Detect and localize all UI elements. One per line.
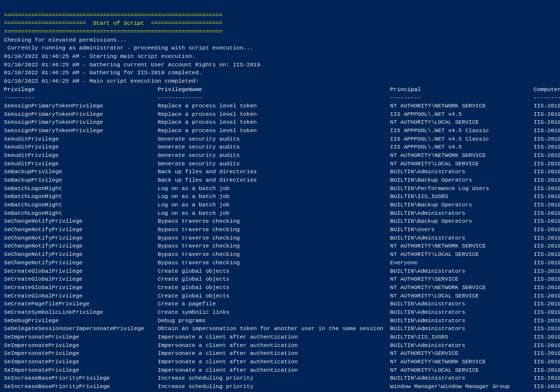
terminal-line: SeImpersonatePrivilege Impersonate a cli… — [4, 358, 556, 366]
terminal-line: SeChangeNotifyPrivilege Bypass traverse … — [4, 217, 556, 226]
terminal-line: SeChangeNotifyPrivilege Bypass traverse … — [4, 250, 556, 259]
terminal-line: ========================================… — [4, 28, 556, 36]
terminal-output: ========================================… — [4, 3, 556, 392]
terminal-line: SeChangeNotifyPrivilege Bypass traverse … — [4, 234, 556, 243]
terminal-line: SeCreateGlobalPrivilege Create global ob… — [4, 284, 556, 292]
terminal-line: Checking for elevated permissions... — [4, 36, 556, 45]
terminal-line: Currently running as administrator - pro… — [4, 44, 556, 52]
terminal-line: SeImpersonatePrivilege Impersonate a cli… — [4, 333, 556, 342]
terminal-line: SeChangeNotifyPrivilege Bypass traverse … — [4, 226, 556, 234]
terminal-line: ======================== Start of Script… — [4, 19, 556, 28]
terminal-line: SeBatchLogonRight Log on as a batch job … — [4, 201, 556, 209]
terminal-line: SeAssignPrimaryTokenPrivilege Replace a … — [4, 118, 556, 127]
terminal-line: SeAuditPrivilege Generate security audit… — [4, 160, 556, 168]
terminal-line: SeCreateGlobalPrivilege Create global ob… — [4, 275, 556, 284]
terminal-line: SeChangeNotifyPrivilege Bypass traverse … — [4, 242, 556, 250]
terminal-line: 01/10/2022 01:46:25 AM - Gathering curre… — [4, 61, 556, 69]
terminal-line: SeChangeNotifyPrivilege Bypass traverse … — [4, 259, 556, 267]
terminal-line: SeBatchLogonRight Log on as a batch job … — [4, 209, 556, 218]
terminal-line: 01/10/2022 01:46:25 AM - Gathering for I… — [4, 69, 556, 77]
terminal-line: SeCreateSymbolicLinkPrivilege Create sym… — [4, 308, 556, 317]
terminal-line: 01/10/2022 01:46:25 AM - Main script exe… — [4, 77, 556, 86]
terminal-line: SeIncreaseBasePriorityPrivilege Increase… — [4, 383, 556, 391]
terminal-line: --------- ------------- --------- ------… — [4, 94, 556, 102]
terminal-line: ========================================… — [4, 11, 556, 20]
terminal-line: SeBackupPrivilege Back up files and dire… — [4, 168, 556, 176]
terminal-line: SeIncreaseBasePriorityPrivilege Increase… — [4, 374, 556, 383]
terminal-line: SeDelegateSessionUserImpersonatePrivileg… — [4, 325, 556, 333]
terminal-line: SeAssignPrimaryTokenPrivilege Replace a … — [4, 102, 556, 110]
terminal-line: SeAssignPrimaryTokenPrivilege Replace a … — [4, 110, 556, 119]
terminal-line: SeAssignPrimaryTokenPrivilege Replace a … — [4, 127, 556, 135]
terminal-line: SeImpersonatePrivilege Impersonate a cli… — [4, 342, 556, 350]
terminal-line: SeImpersonatePrivilege Impersonate a cli… — [4, 366, 556, 375]
terminal-line: SeBatchLogonRight Log on as a batch job … — [4, 193, 556, 201]
terminal-line: SeBatchLogonRight Log on as a batch job … — [4, 185, 556, 193]
terminal-line: SeCreateGlobalPrivilege Create global ob… — [4, 267, 556, 276]
terminal-line: SeAuditPrivilege Generate security audit… — [4, 135, 556, 144]
terminal-line: Privilege PrivilegeName Principal Comput… — [4, 86, 556, 94]
terminal-line: SeImpersonatePrivilege Impersonate a cli… — [4, 349, 556, 358]
terminal-line: SeCreatePagefilePrivilege Create a pagef… — [4, 300, 556, 308]
terminal-line: SeBackupPrivilege Back up files and dire… — [4, 176, 556, 185]
terminal-line: 01/10/2022 01:46:25 AM - Starting main s… — [4, 52, 556, 61]
terminal-line: SeDebugPrivilege Debug programs BUILTIN\… — [4, 317, 556, 325]
terminal-line: SeAuditPrivilege Generate security audit… — [4, 143, 556, 151]
terminal-line: SeAuditPrivilege Generate security audit… — [4, 151, 556, 160]
terminal-line: SeCreateGlobalPrivilege Create global ob… — [4, 292, 556, 300]
